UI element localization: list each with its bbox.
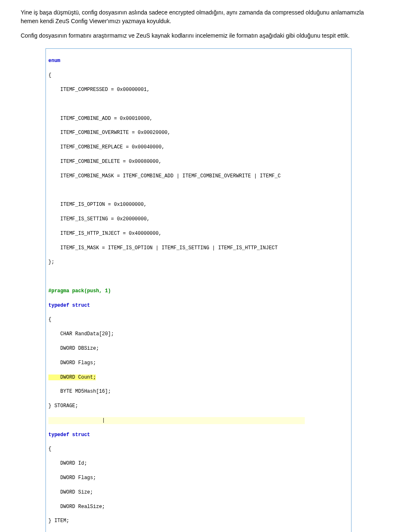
struct-line: DWORD Flags; [46,360,351,367]
struct-line: DWORD Id; [46,460,351,467]
struct-line: DWORD Flags; [46,475,351,482]
struct-line: DWORD RealSize; [46,503,351,511]
typedef-keyword: typedef struct [48,303,90,308]
enum-line: ITEMF_COMBINE_ADD = 0x00010000, [46,115,351,122]
enum-line: ITEMF_COMBINE_MASK = ITEMF_COMBINE_ADD |… [46,173,351,180]
source-code-block: enum { ITEMF_COMPRESSED = 0x00000001, IT… [45,48,352,532]
enum-line: ITEMF_COMBINE_OVERWRITE = 0x00020000, [46,129,351,136]
open-brace: { [46,72,351,79]
close-brace-storage: } STORAGE; [46,403,351,410]
struct-line: DWORD Size; [46,489,351,496]
open-brace: { [46,316,351,323]
enum-line: ITEMF_IS_MASK = ITEMF_IS_OPTION | ITEMF_… [46,245,351,252]
struct-line: DWORD DBSize; [46,345,351,352]
pragma-push: #pragma pack(push, 1) [48,288,111,294]
enum-line: ITEMF_COMPRESSED = 0x00000001, [46,86,351,93]
intro-paragraph-1: Yine iş başa düşmüştü, config dosyasının… [21,8,376,26]
struct-line: BYTE MD5Hash[16]; [46,388,351,395]
open-brace: { [46,446,351,453]
struct-line: CHAR RandData[20]; [46,331,351,338]
typedef-keyword: typedef struct [48,432,90,438]
highlighted-line: DWORD Count; [48,375,96,380]
enum-line: ITEMF_COMBINE_REPLACE = 0x00040000, [46,144,351,151]
enum-line: ITEMF_COMBINE_DELETE = 0x00080000, [46,158,351,165]
close-brace: }; [46,259,351,266]
close-brace-item: } ITEM; [46,518,351,525]
enum-line: ITEMF_IS_OPTION = 0x10000000, [46,201,351,208]
enum-keyword: enum [48,58,60,64]
cursor-line: | [48,417,305,424]
enum-line: ITEMF_IS_SETTING = 0x20000000, [46,216,351,223]
intro-paragraph-2: Config dosyasının formatını araştırmamız… [21,31,376,40]
enum-line: ITEMF_IS_HTTP_INJECT = 0x40000000, [46,230,351,237]
